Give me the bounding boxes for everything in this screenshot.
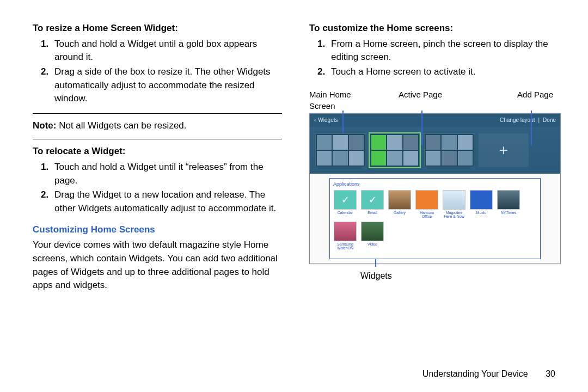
app-item: Gallery bbox=[388, 190, 412, 218]
app-icon bbox=[388, 190, 411, 210]
plus-icon: + bbox=[499, 139, 508, 162]
list-item: From a Home screen, pinch the screen to … bbox=[328, 38, 561, 64]
right-column: To customize the Home screens: From a Ho… bbox=[309, 22, 561, 338]
list-item: Drag a side of the box to resize it. The… bbox=[51, 65, 282, 106]
label-main-home: Main Home Screen bbox=[309, 89, 364, 113]
footer-page-number: 30 bbox=[546, 369, 555, 378]
label-widgets: Widgets bbox=[360, 270, 561, 282]
topbar-divider: | bbox=[538, 117, 540, 125]
app-icon bbox=[361, 222, 384, 241]
resize-steps: Touch and hold a Widget until a gold box… bbox=[33, 38, 282, 106]
app-label: Calendar bbox=[333, 211, 357, 218]
customize-steps: From a Home screen, pinch the screen to … bbox=[309, 38, 561, 79]
app-item: Video bbox=[360, 222, 384, 250]
device-screenshot: ‹ Widgets Change layout | Done + Applica… bbox=[309, 113, 561, 264]
divider bbox=[33, 113, 282, 114]
list-item: Drag the Widget to a new location and re… bbox=[51, 188, 282, 215]
pages-strip: + bbox=[310, 127, 560, 174]
footer-chapter: Understanding Your Device bbox=[422, 369, 528, 378]
app-label: Email bbox=[360, 211, 384, 218]
left-column: To resize a Home Screen Widget: Touch an… bbox=[33, 22, 282, 338]
topbar-change-layout: Change layout bbox=[500, 117, 535, 125]
app-grid: Calendar Email Gallery Hancom Office Mag… bbox=[330, 190, 540, 250]
apps-panel-title: Applications bbox=[330, 179, 540, 190]
list-item: Touch a Home screen to activate it. bbox=[328, 65, 561, 79]
chevron-left-icon: ‹ bbox=[314, 117, 316, 125]
relocate-steps: Touch and hold a Widget until it “releas… bbox=[33, 161, 282, 216]
app-label: Samsung WatchON bbox=[333, 242, 357, 250]
app-icon bbox=[443, 190, 465, 210]
app-icon bbox=[334, 190, 357, 210]
app-icon bbox=[470, 190, 493, 210]
app-icon bbox=[361, 190, 384, 210]
app-item: Samsung WatchON bbox=[333, 222, 357, 250]
heading-relocate: To relocate a Widget: bbox=[33, 146, 126, 156]
app-item: NYTimes bbox=[497, 190, 520, 218]
app-item: Music bbox=[469, 190, 493, 218]
app-label: NYTimes bbox=[497, 211, 520, 218]
app-icon bbox=[415, 190, 438, 210]
editing-top-bar: ‹ Widgets Change layout | Done bbox=[310, 114, 560, 127]
note-text: Not all Widgets can be resized. bbox=[56, 120, 186, 131]
page-footer: Understanding Your Device 30 bbox=[422, 369, 555, 379]
app-icon bbox=[497, 190, 520, 210]
label-add-page: Add Page bbox=[510, 89, 561, 113]
topbar-back-label: Widgets bbox=[318, 117, 338, 125]
app-icon bbox=[334, 222, 357, 241]
note: Note: Not all Widgets can be resized. bbox=[33, 119, 282, 133]
callout-line bbox=[531, 111, 532, 145]
list-item: Touch and hold a Widget until it “releas… bbox=[51, 161, 282, 187]
app-item: Email bbox=[360, 190, 384, 218]
page-thumb bbox=[424, 133, 474, 167]
label-active-page: Active Page bbox=[364, 89, 510, 113]
heading-resize: To resize a Home Screen Widget: bbox=[33, 23, 178, 33]
app-label: Music bbox=[469, 211, 493, 218]
app-label: Hancom Office bbox=[415, 211, 439, 218]
callout-labels: Main Home Screen Active Page Add Page bbox=[309, 89, 561, 113]
custom-paragraph: Your device comes with two default magaz… bbox=[33, 238, 282, 292]
app-label: Video bbox=[360, 242, 384, 250]
add-page-thumb: + bbox=[479, 133, 529, 167]
page-thumb-main bbox=[315, 133, 365, 167]
widgets-panel: Applications Calendar Email Gallery Hanc… bbox=[329, 178, 541, 259]
heading-customizing: Customizing Home Screens bbox=[33, 223, 282, 237]
app-label: Magazine Here & Now bbox=[442, 211, 466, 218]
divider bbox=[33, 139, 282, 139]
app-label: Gallery bbox=[388, 211, 412, 218]
app-item: Hancom Office bbox=[415, 190, 439, 218]
app-item: Calendar bbox=[333, 190, 357, 218]
topbar-done: Done bbox=[543, 117, 556, 125]
list-item: Touch and hold a Widget until a gold box… bbox=[51, 38, 282, 64]
heading-customize-home: To customize the Home screens: bbox=[309, 23, 453, 33]
callout-line bbox=[421, 111, 422, 145]
note-label: Note: bbox=[33, 120, 56, 131]
page-thumb-active bbox=[370, 133, 420, 167]
app-item: Magazine Here & Now bbox=[442, 190, 466, 218]
